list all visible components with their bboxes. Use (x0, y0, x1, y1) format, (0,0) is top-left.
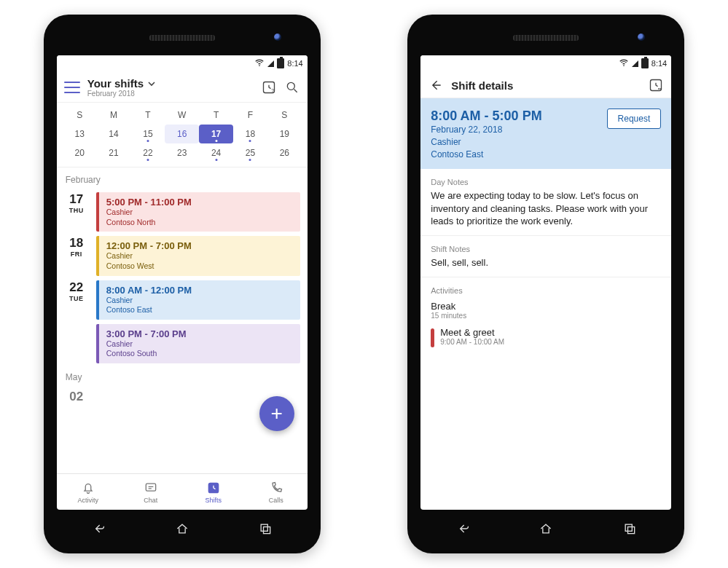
day-label: 22 TUE (64, 280, 89, 364)
wifi-icon (619, 58, 629, 69)
shift-detail-content[interactable]: 8:00 AM - 5:00 PM February 22, 2018 Cash… (420, 98, 671, 510)
cal-day[interactable]: 20 (63, 143, 97, 162)
svg-rect-6 (262, 524, 268, 531)
cal-day-selected[interactable]: 17 (199, 125, 233, 143)
dow: T (199, 106, 233, 125)
phone-speaker (149, 35, 215, 41)
bottom-tabs: Activity Chat Shifts Calls (57, 473, 308, 510)
signal-icon (267, 60, 274, 67)
svg-rect-4 (146, 484, 155, 491)
svg-rect-7 (264, 527, 270, 534)
tab-chat[interactable]: Chat (120, 474, 182, 510)
cal-day[interactable]: 14 (97, 125, 131, 143)
clock-settings-icon[interactable] (648, 77, 664, 93)
dow: M (97, 106, 131, 125)
shift-date: February 22, 2018 (431, 124, 600, 136)
shift-role: Cashier (431, 136, 600, 149)
android-softkeys (420, 517, 671, 543)
add-shift-fab[interactable]: + (259, 396, 294, 431)
cal-day[interactable]: 24 (199, 143, 233, 162)
phone-camera (274, 33, 281, 41)
cal-day-today[interactable]: 16 (165, 125, 199, 143)
cal-day[interactable]: 15 (130, 125, 165, 143)
cal-day[interactable]: 23 (165, 143, 199, 162)
back-key[interactable] (91, 521, 106, 539)
header-title-block: Shift details (451, 79, 641, 92)
shift-notes-text: Sell, sell, sell. (420, 256, 671, 277)
android-softkeys (57, 517, 308, 543)
cal-day[interactable]: 26 (267, 143, 302, 162)
shift-location: Contoso South (106, 349, 293, 359)
day-18: 18 FRI 12:00 PM - 7:00 PM Cashier Contos… (57, 233, 308, 277)
header-title-block[interactable]: Your shifts February 2018 (87, 77, 254, 98)
shift-location: Contoso East (431, 149, 600, 161)
activity-title: Break (431, 301, 661, 312)
shift-time: 8:00 AM - 5:00 PM (431, 109, 600, 124)
shift-summary-header: 8:00 AM - 5:00 PM February 22, 2018 Cash… (420, 98, 671, 169)
activity-subtitle: 9:00 AM - 10:00 AM (440, 338, 504, 346)
recents-key[interactable] (258, 521, 273, 539)
back-key[interactable] (455, 521, 470, 539)
tab-shifts[interactable]: Shifts (182, 474, 245, 510)
activity-subtitle: 15 minutes (431, 312, 661, 320)
shift-time: 12:00 PM - 7:00 PM (106, 240, 293, 251)
cal-day[interactable]: 21 (97, 143, 131, 162)
request-button[interactable]: Request (607, 109, 662, 129)
shift-role: Cashier (106, 339, 293, 350)
phone-speaker (513, 35, 579, 41)
activity-title: Meet & greet (440, 327, 504, 338)
app-header: Shift details (420, 71, 671, 98)
app-header: Your shifts February 2018 ? (57, 71, 308, 103)
cal-day[interactable]: 19 (267, 125, 302, 143)
bell-icon (81, 481, 95, 495)
activity-break[interactable]: Break 15 minutes (420, 298, 671, 323)
dow: S (63, 106, 97, 125)
dow: F (233, 106, 267, 125)
back-button[interactable] (428, 77, 444, 93)
shift-card[interactable]: 5:00 PM - 11:00 PM Cashier Contoso North (96, 192, 300, 232)
home-key[interactable] (539, 521, 553, 539)
shift-card[interactable]: 3:00 PM - 7:00 PM Cashier Contoso South (96, 324, 300, 363)
month-header: May (57, 365, 308, 387)
wifi-icon (254, 58, 265, 69)
shift-role: Cashier (106, 208, 293, 218)
activity-meet-greet[interactable]: Meet & greet 9:00 AM - 10:00 AM (420, 323, 671, 352)
svg-point-10 (658, 88, 659, 90)
home-key[interactable] (175, 521, 189, 539)
clock-help-icon[interactable]: ? (261, 79, 277, 95)
calendar-strip: S M T W T F S 13 14 15 16 17 18 19 20 21… (57, 103, 308, 167)
cal-day[interactable]: 25 (233, 143, 267, 162)
hamburger-menu-icon[interactable] (64, 82, 80, 93)
shift-card[interactable]: 12:00 PM - 7:00 PM Cashier Contoso West (96, 236, 300, 275)
day-label: 18 FRI (64, 236, 89, 275)
tab-calls[interactable]: Calls (245, 474, 308, 510)
android-status-bar: 8:14 (57, 55, 308, 71)
tab-activity[interactable]: Activity (57, 474, 120, 510)
dow: S (267, 106, 302, 125)
activities-label: Activities (420, 277, 671, 298)
recents-key[interactable] (622, 521, 637, 539)
month-header: February (57, 167, 308, 189)
android-status-bar: 8:14 (420, 55, 671, 71)
dow: W (165, 106, 199, 125)
shift-time: 8:00 AM - 12:00 PM (106, 285, 293, 296)
cal-day[interactable]: 22 (130, 143, 165, 162)
calendar-dow-row: S M T W T F S (63, 106, 302, 125)
screen-your-shifts: 8:14 Your shifts February 2018 ? (57, 55, 308, 510)
cal-day[interactable]: 13 (63, 125, 97, 143)
phone-shift-details: 8:14 Shift details 8:00 AM - 5:00 PM Feb… (407, 15, 684, 553)
day-notes-label: Day Notes (420, 169, 671, 189)
phone-your-shifts: 8:14 Your shifts February 2018 ? (44, 15, 321, 553)
cal-day[interactable]: 18 (233, 125, 267, 143)
shift-card[interactable]: 8:00 AM - 12:00 PM Cashier Contoso East (96, 280, 300, 320)
battery-icon (277, 58, 284, 68)
plus-icon: + (271, 402, 283, 425)
day-17: 17 THU 5:00 PM - 11:00 PM Cashier Contos… (57, 189, 308, 233)
shift-list[interactable]: February 17 THU 5:00 PM - 11:00 PM Cashi… (57, 167, 308, 473)
page-title: Your shifts (87, 77, 144, 90)
shift-role: Cashier (106, 296, 293, 306)
phone-camera (638, 33, 645, 41)
search-icon[interactable] (284, 79, 300, 95)
shift-time: 5:00 PM - 11:00 PM (106, 197, 293, 208)
shift-time: 3:00 PM - 7:00 PM (106, 328, 293, 339)
